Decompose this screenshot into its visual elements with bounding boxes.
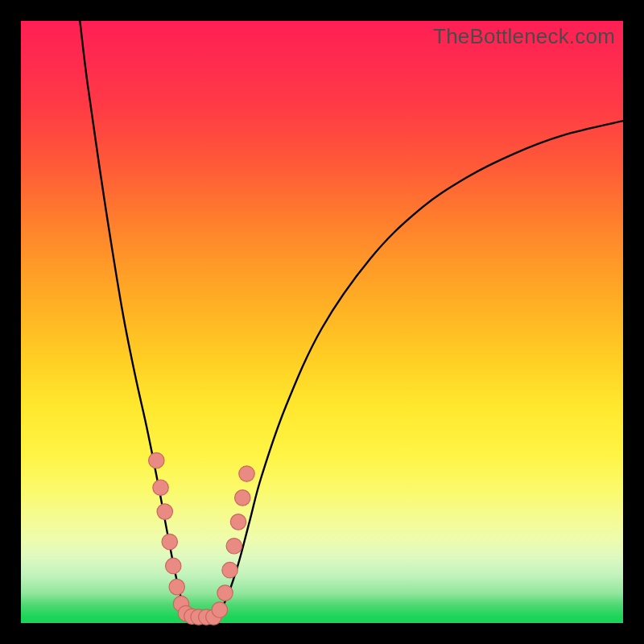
data-marker [222, 562, 237, 577]
data-marker [226, 539, 242, 554]
data-marker [153, 480, 168, 495]
data-marker [157, 504, 172, 519]
data-marker [169, 579, 184, 594]
data-marker [239, 466, 254, 481]
data-marker [166, 558, 181, 573]
bottleneck-curve [80, 21, 623, 619]
data-marker [235, 490, 250, 506]
marker-group [149, 452, 255, 625]
data-marker [230, 514, 246, 530]
data-marker [212, 602, 227, 617]
data-marker [162, 534, 177, 549]
plot-area: TheBottleneck.com [21, 21, 623, 623]
curve-svg [21, 21, 623, 623]
chart-frame: TheBottleneck.com [0, 0, 644, 644]
data-marker [149, 452, 164, 468]
data-marker [217, 585, 233, 601]
